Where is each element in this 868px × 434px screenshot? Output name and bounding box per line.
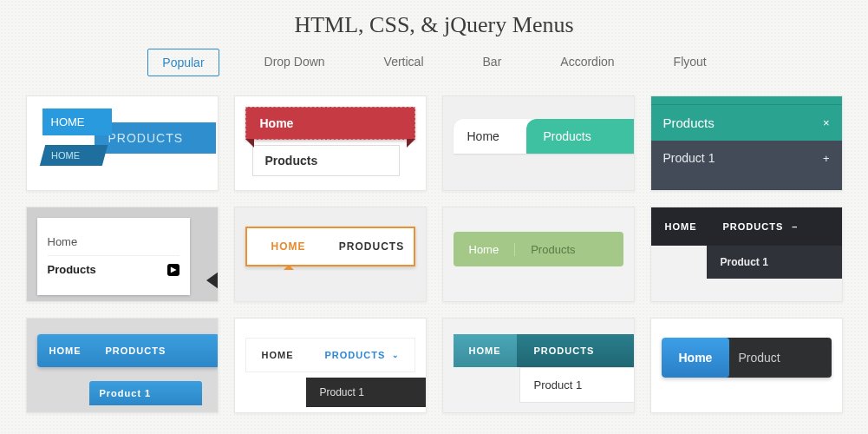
menu-item-home: Home xyxy=(245,107,415,140)
menu-card-4[interactable]: Products × Product 1 + xyxy=(650,95,843,191)
menu-item-product1: Product 1 xyxy=(707,246,842,279)
menu-bar: HOME PRODUCTS xyxy=(245,227,415,266)
menu-card-5[interactable]: Home Products ▶ xyxy=(26,207,219,302)
menu-card-12[interactable]: Home Product xyxy=(650,318,843,413)
menu-bar: Home Product xyxy=(662,338,832,378)
menu-item-home: HOME xyxy=(247,228,330,265)
tab-flyout[interactable]: Flyout xyxy=(660,49,721,76)
menu-bar: HOME PRODUCTS xyxy=(454,334,634,367)
menu-item-products: Products xyxy=(252,145,400,176)
menu-bar: HOME PRODUCTS xyxy=(37,334,219,367)
plus-icon: + xyxy=(823,152,830,165)
menu-item-product1: Product 1 xyxy=(519,367,635,403)
menu-item-home: Home xyxy=(662,338,730,378)
menu-item-home: Home xyxy=(467,119,499,154)
menu-bar: Home Products xyxy=(454,232,623,266)
menu-item-product1: Product 1 + xyxy=(651,141,842,175)
menu-item-home-shadow: HOME xyxy=(39,145,107,166)
tab-vertical[interactable]: Vertical xyxy=(370,49,438,76)
accordion-panel: Home Products ▶ xyxy=(37,218,190,295)
page-title: HTML, CSS, & jQuery Menus xyxy=(0,0,868,49)
menu-item-products: Products xyxy=(526,119,635,154)
menu-item-home: HOME xyxy=(37,345,94,356)
menu-card-7[interactable]: Home Products xyxy=(442,207,635,302)
menu-item-home: Home xyxy=(454,243,516,256)
menu-item-products: PRODUCTS xyxy=(95,122,216,154)
menu-item-products: PRODUCTS xyxy=(94,345,179,356)
menu-item-home: HOME xyxy=(454,334,517,367)
menu-item-products: Products × xyxy=(651,105,842,141)
cutoff-row xyxy=(651,96,842,105)
menu-card-1[interactable]: HOME PRODUCTS HOME xyxy=(26,95,219,191)
close-icon: × xyxy=(823,116,830,129)
filter-tabs: Popular Drop Down Vertical Bar Accordion… xyxy=(0,49,868,76)
menu-item-products: Product xyxy=(724,338,831,378)
notch-icon xyxy=(206,272,219,289)
menu-card-11[interactable]: HOME PRODUCTS Product 1 xyxy=(442,318,635,413)
menu-item-home: Home xyxy=(48,228,179,255)
menu-card-6[interactable]: HOME PRODUCTS xyxy=(234,207,427,302)
menu-item-products: PRODUCTS – xyxy=(711,221,811,232)
tab-popular[interactable]: Popular xyxy=(147,49,219,76)
menu-card-3[interactable]: Home Products xyxy=(442,95,635,191)
menu-item-products: PRODUCTS xyxy=(330,228,414,265)
minus-icon: – xyxy=(792,221,798,232)
menu-card-8[interactable]: HOME PRODUCTS – Product 1 xyxy=(650,207,843,302)
chevron-down-icon: ⌄ xyxy=(392,351,400,359)
menu-item-products: Products ▶ xyxy=(48,255,179,283)
menu-item-home: HOME xyxy=(246,350,310,360)
menu-item-products: Products xyxy=(515,243,591,256)
menu-item-products: PRODUCTS ⌄ xyxy=(310,350,416,360)
menu-item-product1: Product 1 xyxy=(89,381,202,405)
menu-card-2[interactable]: Home Products xyxy=(234,95,427,191)
tab-drop-down[interactable]: Drop Down xyxy=(251,49,339,76)
menu-item-home: HOME xyxy=(651,221,711,232)
menu-item-products: PRODUCTS xyxy=(517,334,634,367)
play-icon: ▶ xyxy=(167,264,179,276)
menu-bar: HOME PRODUCTS – xyxy=(651,207,842,246)
tab-accordion[interactable]: Accordion xyxy=(546,49,628,76)
menu-card-10[interactable]: HOME PRODUCTS ⌄ Product 1 xyxy=(234,318,427,413)
tab-bar[interactable]: Bar xyxy=(469,49,516,76)
menu-card-9[interactable]: HOME PRODUCTS Product 1 xyxy=(26,318,219,413)
menu-grid: HOME PRODUCTS HOME Home Products Home Pr… xyxy=(0,95,868,413)
menu-bar: HOME PRODUCTS ⌄ xyxy=(245,338,415,372)
menu-item-home: HOME xyxy=(42,108,112,135)
menu-item-product1: Product 1 xyxy=(306,378,427,407)
caret-up-icon xyxy=(284,265,294,270)
